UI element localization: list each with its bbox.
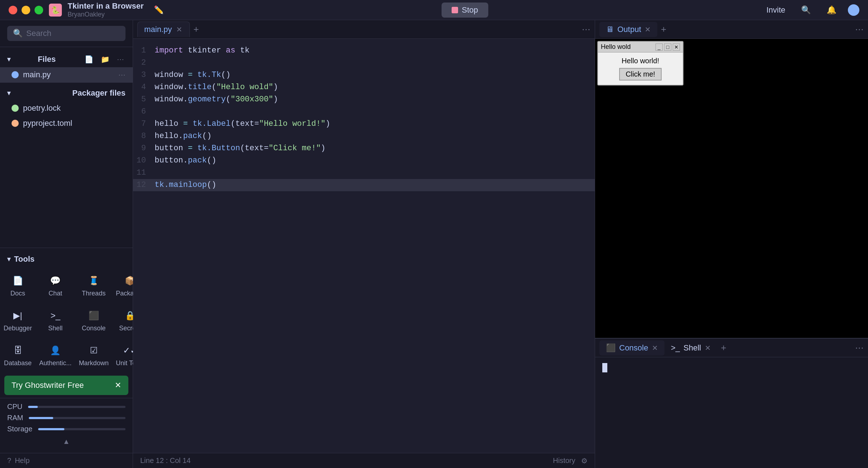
ram-fill bbox=[29, 417, 53, 419]
sidebar-files: ▾ Files 📄 📁 ⋯ main.py ⋯ ▾ Packager files bbox=[0, 47, 133, 248]
output-add-tab-btn[interactable]: + bbox=[657, 22, 670, 36]
tool-auth-label: Authentic... bbox=[39, 359, 72, 367]
output-tabs-more-btn[interactable]: ⋯ bbox=[855, 24, 864, 35]
packager-section: ▾ Packager files poetry.lock pyproject.t… bbox=[0, 82, 133, 134]
tk-close-btn[interactable]: ✕ bbox=[673, 43, 680, 51]
output-content: Hello wold _ □ ✕ Hello world! Click me! bbox=[595, 39, 868, 338]
tool-docs[interactable]: 📄 Docs bbox=[1, 269, 35, 302]
notifications-btn[interactable]: 🔔 bbox=[822, 3, 841, 17]
tk-minimize-btn[interactable]: _ bbox=[655, 43, 663, 51]
stop-button[interactable]: Stop bbox=[442, 3, 488, 18]
maximize-window-btn[interactable] bbox=[35, 6, 43, 14]
topbar-right: Invite 🔍 🔔 bbox=[762, 3, 859, 17]
minimize-window-btn[interactable] bbox=[22, 6, 30, 14]
tool-threads-label: Threads bbox=[82, 290, 106, 297]
ram-bar bbox=[29, 417, 125, 419]
editor-tabs-more-btn[interactable]: ⋯ bbox=[582, 24, 590, 35]
console-panel-tabs: ⬛ Console ✕ >_ Shell ✕ + ⋯ bbox=[595, 339, 868, 357]
code-line-1: 1 import tkinter as tk bbox=[133, 45, 595, 57]
file-name-poetry: poetry.lock bbox=[23, 104, 61, 113]
output-panel: 🖥 Output ✕ + ⋯ Hello wold _ □ ✕ bbox=[595, 20, 868, 339]
tool-debugger[interactable]: ▶| Debugger bbox=[1, 304, 35, 337]
files-header-icons: 📄 📁 ⋯ bbox=[83, 54, 125, 64]
statusbar-left: Line 12 : Col 14 bbox=[140, 456, 191, 465]
editor-area: main.py ✕ + ⋯ 1 import tkinter as tk 2 3… bbox=[133, 20, 595, 468]
auth-icon: 👤 bbox=[49, 344, 62, 357]
tab-output-label: Output bbox=[617, 25, 641, 34]
chat-icon: 💬 bbox=[49, 274, 62, 288]
search-input[interactable]: 🔍 Search bbox=[7, 26, 125, 41]
avatar[interactable] bbox=[848, 4, 859, 16]
tool-chat-label: Chat bbox=[49, 290, 62, 297]
console-content[interactable] bbox=[595, 357, 868, 468]
code-line-9: 9 button = tk.Button(text="Click me!") bbox=[133, 142, 595, 155]
file-item-pyproject[interactable]: pyproject.toml bbox=[0, 116, 133, 131]
search-topbar-btn[interactable]: 🔍 bbox=[797, 3, 815, 17]
edit-repl-btn[interactable]: ✏️ bbox=[150, 3, 168, 17]
resource-collapse-btn[interactable]: ▲ bbox=[7, 436, 125, 447]
tool-chat[interactable]: 💬 Chat bbox=[36, 269, 74, 302]
files-more-btn[interactable]: ⋯ bbox=[115, 54, 125, 64]
tool-threads[interactable]: 🧵 Threads bbox=[76, 269, 111, 302]
new-folder-btn[interactable]: 📁 bbox=[99, 54, 111, 64]
history-label: History bbox=[553, 456, 575, 465]
tab-console-close[interactable]: ✕ bbox=[652, 344, 658, 352]
tool-docs-label: Docs bbox=[10, 290, 25, 297]
statusbar-right: History ⚙ bbox=[553, 456, 588, 465]
tab-output[interactable]: 🖥 Output ✕ bbox=[599, 22, 657, 37]
tool-auth[interactable]: 👤 Authentic... bbox=[36, 339, 74, 372]
close-window-btn[interactable] bbox=[9, 6, 17, 14]
tab-shell[interactable]: >_ Shell ✕ bbox=[664, 340, 717, 355]
tool-markdown[interactable]: ☑ Markdown bbox=[76, 339, 111, 372]
topbar-left: 🐍 Tkinter in a Browser BryanOakley ✏️ bbox=[9, 1, 168, 18]
tool-shell-label: Shell bbox=[48, 325, 63, 332]
cpu-resource-row: CPU bbox=[7, 403, 125, 411]
file-item-poetry[interactable]: poetry.lock bbox=[0, 101, 133, 116]
tab-output-close[interactable]: ✕ bbox=[645, 25, 651, 34]
help-bar: ? Help bbox=[0, 453, 133, 468]
editor-tabs: main.py ✕ + ⋯ bbox=[133, 20, 595, 39]
ram-label: RAM bbox=[7, 414, 23, 422]
tools-grid: 📄 Docs 💬 Chat 🧵 Threads 📦 Packages ⎇ bbox=[0, 268, 133, 373]
tool-database-label: Database bbox=[4, 359, 32, 367]
tab-console[interactable]: ⬛ Console ✕ bbox=[599, 340, 664, 355]
tab-shell-close[interactable]: ✕ bbox=[705, 344, 711, 352]
chevron-tools-icon: ▾ bbox=[7, 255, 10, 263]
tool-shell[interactable]: >_ Shell bbox=[36, 304, 74, 337]
editor-add-tab-btn[interactable]: + bbox=[190, 22, 202, 36]
tk-titlebar: Hello wold _ □ ✕ bbox=[598, 42, 683, 52]
file-name-pyproject: pyproject.toml bbox=[23, 119, 72, 128]
cpu-label: CPU bbox=[7, 403, 22, 411]
tools-section: ▾ Tools 📄 Docs 💬 Chat 🧵 Threads � bbox=[0, 248, 133, 373]
console-add-tab-btn[interactable]: + bbox=[717, 341, 730, 355]
file-more-main[interactable]: ⋯ bbox=[118, 70, 125, 79]
tk-hello-label: Hello world! bbox=[622, 57, 659, 65]
tk-maximize-btn[interactable]: □ bbox=[664, 43, 671, 51]
new-file-btn[interactable]: 📄 bbox=[83, 54, 95, 64]
console-tabs-more-btn[interactable]: ⋯ bbox=[855, 343, 864, 353]
tool-database[interactable]: 🗄 Database bbox=[1, 339, 35, 372]
history-settings-btn[interactable]: ⚙ bbox=[581, 456, 588, 465]
ghostwriter-banner[interactable]: Try Ghostwriter Free ✕ bbox=[4, 376, 128, 395]
tool-console[interactable]: ⬛ Console bbox=[76, 304, 111, 337]
app-title: Tkinter in a Browser bbox=[68, 1, 144, 11]
code-line-10: 10 button.pack() bbox=[133, 155, 595, 167]
app-subtitle: BryanOakley bbox=[68, 11, 144, 18]
tab-output-icon: 🖥 bbox=[606, 25, 614, 34]
sidebar: 🔍 Search ▾ Files 📄 📁 ⋯ main.py ⋯ bbox=[0, 20, 133, 468]
tk-controls: _ □ ✕ bbox=[655, 43, 680, 51]
tool-debugger-label: Debugger bbox=[4, 325, 32, 332]
files-label: Files bbox=[38, 55, 56, 64]
tk-click-btn[interactable]: Click me! bbox=[619, 68, 662, 81]
ghostwriter-close-btn[interactable]: ✕ bbox=[115, 381, 121, 390]
code-editor[interactable]: 1 import tkinter as tk 2 3 window = tk.T… bbox=[133, 39, 595, 453]
code-line-11: 11 bbox=[133, 167, 595, 179]
tab-main-py[interactable]: main.py ✕ bbox=[137, 22, 190, 37]
tab-console-label: Console bbox=[619, 343, 648, 353]
stop-icon bbox=[452, 7, 458, 13]
tab-main-py-close[interactable]: ✕ bbox=[175, 25, 183, 34]
file-item-main-py[interactable]: main.py ⋯ bbox=[0, 67, 133, 82]
invite-btn[interactable]: Invite bbox=[762, 3, 790, 17]
search-icon: 🔍 bbox=[13, 29, 23, 38]
code-line-3: 3 window = tk.Tk() bbox=[133, 69, 595, 81]
